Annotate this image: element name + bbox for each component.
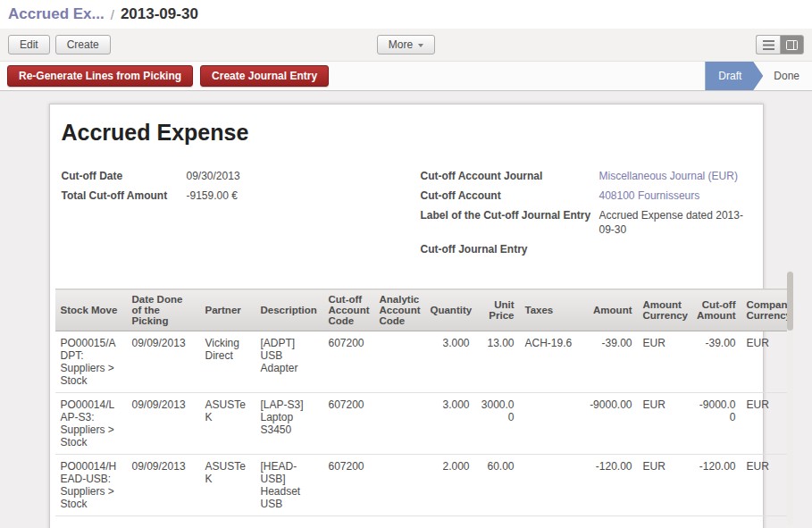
list-icon xyxy=(763,40,774,50)
cutoff-date-label: Cut-off Date xyxy=(62,169,187,183)
table-cell: 3.000 xyxy=(425,331,475,393)
table-cell: 09/09/2013 xyxy=(127,331,200,393)
breadcrumb-separator: / xyxy=(111,7,114,22)
cutoff-account-journal-label: Cut-off Account Journal xyxy=(421,169,599,183)
table-cell: 3000.00 xyxy=(475,393,520,455)
left-field-group: Cut-off Date 09/30/2013 Total Cut-off Am… xyxy=(62,169,421,208)
table-cell: -120.00 xyxy=(690,455,741,516)
total-cutoff-amount-value: -9159.00 € xyxy=(187,189,421,203)
toolbar: Edit Create More xyxy=(0,29,812,62)
table-cell: 607200 xyxy=(323,393,374,455)
field-total-cutoff-amount: Total Cut-off Amount -9159.00 € xyxy=(62,189,421,203)
table-cell: PO00015/ADPT: Suppliers > Stock xyxy=(55,331,127,393)
journal-entry-label-value: Accrued Expense dated 2013-09-30 xyxy=(599,208,746,237)
table-cell: PO00014/HEAD-USB: Suppliers > Stock xyxy=(55,455,127,516)
table-cell: [HEAD-USB] Headset USB xyxy=(255,455,323,516)
table-cell xyxy=(374,331,425,393)
lines-header-row: Stock MoveDate Done of the PickingPartne… xyxy=(55,289,791,331)
column-header[interactable]: Stock Move xyxy=(55,289,127,331)
table-cell: 60.00 xyxy=(475,455,520,516)
table-cell: [LAP-S3] Laptop S3450 xyxy=(255,393,323,455)
cutoff-account-link[interactable]: 408100 Fournisseurs xyxy=(599,189,746,203)
field-cutoff-account: Cut-off Account 408100 Fournisseurs xyxy=(421,189,746,203)
list-view-button[interactable] xyxy=(756,35,780,54)
table-cell: 607200 xyxy=(323,455,374,516)
table-cell: 607200 xyxy=(323,331,374,393)
table-cell: Vicking Direct xyxy=(200,331,255,393)
cutoff-account-journal-link[interactable]: Miscellaneous Journal (EUR) xyxy=(599,169,746,183)
table-cell: -9000.00 xyxy=(582,393,638,455)
table-cell: 2.000 xyxy=(425,455,475,516)
status-done[interactable]: Done xyxy=(756,62,812,90)
table-cell: 13.00 xyxy=(475,331,520,393)
column-header[interactable]: Taxes xyxy=(520,289,582,331)
table-cell: 09/09/2013 xyxy=(127,393,200,455)
form-fields: Cut-off Date 09/30/2013 Total Cut-off Am… xyxy=(62,169,746,262)
field-journal-entry-label: Label of the Cut-off Journal Entry Accru… xyxy=(421,208,746,237)
regenerate-lines-button[interactable]: Re-Generate Lines from Picking xyxy=(7,65,193,87)
table-row[interactable]: PO00015/ADPT: Suppliers > Stock09/09/201… xyxy=(55,331,791,393)
cutoff-account-label: Cut-off Account xyxy=(421,189,599,203)
scrollbar-thumb[interactable] xyxy=(787,272,793,331)
table-cell: EUR xyxy=(741,393,791,455)
column-header[interactable]: Company Currency xyxy=(741,289,791,331)
column-header[interactable]: Cut-off Amount xyxy=(690,289,741,331)
column-header[interactable]: Partner xyxy=(200,289,255,331)
field-cutoff-journal-entry: Cut-off Journal Entry xyxy=(421,242,746,256)
breadcrumb: Accrued Ex... / 2013-09-30 xyxy=(0,0,812,29)
right-field-group: Cut-off Account Journal Miscellaneous Jo… xyxy=(421,169,746,262)
chevron-down-icon xyxy=(418,44,423,47)
table-cell: ACH-19.6 xyxy=(520,331,582,393)
table-row[interactable]: PO00014/LAP-S3: Suppliers > Stock09/09/2… xyxy=(55,393,791,455)
table-cell: EUR xyxy=(741,331,791,393)
form-icon xyxy=(786,40,798,50)
table-cell: -39.00 xyxy=(690,331,741,393)
vertical-scrollbar[interactable] xyxy=(787,270,793,525)
column-header[interactable]: Description xyxy=(255,289,323,331)
field-cutoff-date: Cut-off Date 09/30/2013 xyxy=(62,169,421,183)
lines-table: Stock MoveDate Done of the PickingPartne… xyxy=(55,289,791,516)
cutoff-date-value: 09/30/2013 xyxy=(187,169,421,183)
form-view: Accrued Expense Cut-off Date 09/30/2013 … xyxy=(0,91,812,528)
form-view-button[interactable] xyxy=(780,35,804,54)
status-draft[interactable]: Draft xyxy=(705,62,763,90)
column-header[interactable]: Amount xyxy=(582,289,638,331)
lines-table-container: Stock MoveDate Done of the PickingPartne… xyxy=(55,289,791,516)
table-cell: 3.000 xyxy=(425,393,475,455)
toolbar-left-buttons: Edit Create xyxy=(8,35,111,54)
view-switcher xyxy=(756,35,804,54)
table-cell: -9000.00 xyxy=(690,393,741,455)
table-cell: EUR xyxy=(638,455,690,516)
table-cell: -120.00 xyxy=(582,455,638,516)
column-header[interactable]: Date Done of the Picking xyxy=(127,289,200,331)
table-cell: ASUSTeK xyxy=(200,393,255,455)
table-cell: PO00014/LAP-S3: Suppliers > Stock xyxy=(55,393,127,455)
more-button[interactable]: More xyxy=(377,35,435,54)
create-journal-entry-button[interactable]: Create Journal Entry xyxy=(200,65,329,87)
table-row[interactable]: PO00014/HEAD-USB: Suppliers > Stock09/09… xyxy=(55,455,791,516)
table-cell: 09/09/2013 xyxy=(127,455,200,516)
table-cell xyxy=(520,455,582,516)
table-cell xyxy=(374,393,425,455)
column-header[interactable]: Quantity xyxy=(425,289,475,331)
more-button-label: More xyxy=(389,38,413,51)
column-header[interactable]: Cut-off Account Code xyxy=(323,289,374,331)
breadcrumb-parent-link[interactable]: Accrued Ex... xyxy=(8,5,105,23)
table-cell: EUR xyxy=(638,331,690,393)
create-button[interactable]: Create xyxy=(55,35,111,54)
table-cell: ASUSTeK xyxy=(200,455,255,516)
lines-body: PO00015/ADPT: Suppliers > Stock09/09/201… xyxy=(55,331,791,516)
statusbar: Draft Done xyxy=(705,62,812,90)
form-sheet: Accrued Expense Cut-off Date 09/30/2013 … xyxy=(49,104,764,528)
total-cutoff-amount-label: Total Cut-off Amount xyxy=(62,189,187,203)
column-header[interactable]: Amount Currency xyxy=(638,289,690,331)
table-cell xyxy=(520,393,582,455)
breadcrumb-current: 2013-09-30 xyxy=(121,5,198,23)
column-header[interactable]: Analytic Account Code xyxy=(374,289,425,331)
column-header[interactable]: Unit Price xyxy=(475,289,520,331)
edit-button[interactable]: Edit xyxy=(8,35,50,54)
cutoff-journal-entry-label: Cut-off Journal Entry xyxy=(421,242,599,256)
page-title: Accrued Expense xyxy=(62,120,746,146)
table-cell: EUR xyxy=(638,393,690,455)
journal-entry-label-label: Label of the Cut-off Journal Entry xyxy=(421,208,599,222)
